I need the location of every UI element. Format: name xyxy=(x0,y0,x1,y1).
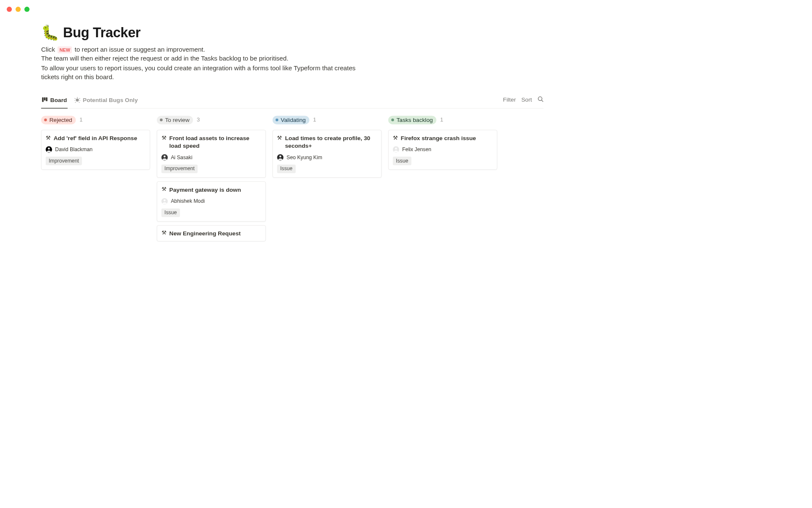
page-description[interactable]: Click NEW to report an issue or suggest … xyxy=(41,45,543,82)
card[interactable]: ⚒Firefox strange crash issueFelix Jensen… xyxy=(388,130,497,170)
column-header[interactable]: Validating1 xyxy=(272,115,381,126)
column-count: 1 xyxy=(80,117,82,123)
column-name: Tasks backlog xyxy=(396,117,433,124)
card[interactable]: ⚒Add 'ref' field in API ResponseDavid Bl… xyxy=(41,130,150,170)
page-emoji[interactable]: 🐛 xyxy=(41,25,59,40)
tools-icon: ⚒ xyxy=(277,134,282,141)
assignee-name: Felix Jensen xyxy=(402,146,431,152)
avatar xyxy=(277,154,283,160)
tools-icon: ⚒ xyxy=(46,134,51,141)
card-assignee: Felix Jensen xyxy=(393,146,493,153)
column-status-pill[interactable]: Rejected xyxy=(41,116,76,124)
avatar xyxy=(46,146,52,153)
svg-point-3 xyxy=(76,99,79,102)
card-assignee: Ai Sasaki xyxy=(162,154,261,160)
card-assignee: Abhishek Modi xyxy=(162,198,261,204)
status-dot-icon xyxy=(391,119,394,121)
card-title-row: ⚒New Engineering Request xyxy=(162,229,261,237)
svg-point-9 xyxy=(395,148,397,150)
avatar xyxy=(162,154,168,160)
sort-button[interactable]: Sort xyxy=(521,96,532,103)
tools-icon: ⚒ xyxy=(393,134,398,141)
status-dot-icon xyxy=(44,119,47,121)
column-status-pill[interactable]: Tasks backlog xyxy=(388,116,436,124)
description-line-3: To allow your users to report issues, yo… xyxy=(41,64,364,82)
card-tag: Issue xyxy=(162,208,180,217)
assignee-name: Ai Sasaki xyxy=(171,155,192,160)
column-count: 1 xyxy=(440,117,443,123)
card-title: New Engineering Request xyxy=(169,229,241,237)
column: To review3⚒Front load assets to increase… xyxy=(157,115,266,241)
search-button[interactable] xyxy=(538,96,543,103)
column-count: 1 xyxy=(313,117,316,123)
column-name: To review xyxy=(165,117,189,124)
view-actions: Filter Sort xyxy=(503,96,543,106)
tools-icon: ⚒ xyxy=(162,134,167,141)
column: Validating1⚒Load times to create profile… xyxy=(272,115,381,178)
column-name: Validating xyxy=(281,117,306,124)
tools-icon: ⚒ xyxy=(162,229,167,237)
card-title: Add 'ref' field in API Response xyxy=(54,134,137,142)
card-title: Front load assets to increase load speed xyxy=(169,134,261,150)
column: Rejected1⚒Add 'ref' field in API Respons… xyxy=(41,115,150,170)
status-dot-icon xyxy=(160,119,162,121)
avatar xyxy=(162,198,168,204)
desc-line1-post: to report an issue or suggest an improve… xyxy=(75,46,205,53)
window-close-button[interactable] xyxy=(7,7,12,12)
view-bar: Board Potential Bugs Only Filter Sort xyxy=(41,94,543,108)
tab-board[interactable]: Board xyxy=(41,94,68,108)
card[interactable]: ⚒Load times to create profile, 30 second… xyxy=(272,130,381,178)
card-assignee: David Blackman xyxy=(46,146,145,153)
tab-potential-bugs-only[interactable]: Potential Bugs Only xyxy=(74,94,138,108)
assignee-name: Abhishek Modi xyxy=(171,198,205,204)
window-minimize-button[interactable] xyxy=(16,7,21,12)
svg-rect-2 xyxy=(46,97,48,101)
filter-button[interactable]: Filter xyxy=(503,96,516,103)
card-tag: Issue xyxy=(393,157,411,165)
column-status-pill[interactable]: To review xyxy=(157,116,193,124)
card-title-row: ⚒Firefox strange crash issue xyxy=(393,134,493,142)
card-title-row: ⚒Add 'ref' field in API Response xyxy=(46,134,145,142)
column: Tasks backlog1⚒Firefox strange crash iss… xyxy=(388,115,497,170)
svg-point-4 xyxy=(538,97,542,100)
card-title: Firefox strange crash issue xyxy=(401,134,476,142)
window-traffic-lights xyxy=(0,0,584,19)
page-title[interactable]: Bug Tracker xyxy=(63,25,140,40)
tab-board-label: Board xyxy=(50,97,67,104)
tab-potential-bugs-label: Potential Bugs Only xyxy=(83,97,138,104)
column-name: Rejected xyxy=(49,117,72,124)
column-header[interactable]: To review3 xyxy=(157,115,266,126)
svg-rect-1 xyxy=(44,97,46,100)
column-header[interactable]: Tasks backlog1 xyxy=(388,115,497,126)
card[interactable]: ⚒New Engineering Request xyxy=(157,225,266,242)
page-title-row: 🐛 Bug Tracker xyxy=(41,25,543,40)
card-title-row: ⚒Load times to create profile, 30 second… xyxy=(277,134,377,150)
description-line-2: The team will then either reject the req… xyxy=(41,54,543,64)
svg-point-8 xyxy=(279,155,281,157)
card[interactable]: ⚒Payment gateway is downAbhishek ModiIss… xyxy=(157,181,266,221)
description-line-1: Click NEW to report an issue or suggest … xyxy=(41,45,543,54)
window-maximize-button[interactable] xyxy=(25,7,30,12)
tools-icon: ⚒ xyxy=(162,186,167,193)
card-title-row: ⚒Payment gateway is down xyxy=(162,186,261,193)
card-title: Payment gateway is down xyxy=(169,186,241,193)
card-tag: Issue xyxy=(277,165,296,173)
status-dot-icon xyxy=(276,119,278,121)
svg-point-5 xyxy=(48,148,50,150)
bug-icon xyxy=(74,97,80,104)
card[interactable]: ⚒Front load assets to increase load spee… xyxy=(157,130,266,178)
view-tabs: Board Potential Bugs Only xyxy=(41,94,138,108)
card-title: Load times to create profile, 30 seconds… xyxy=(285,134,377,150)
card-assignee: Seo Kyung Kim xyxy=(277,154,377,160)
card-tag: Improvement xyxy=(46,157,82,165)
desc-line1-pre: Click xyxy=(41,46,55,53)
column-status-pill[interactable]: Validating xyxy=(272,116,309,124)
card-title-row: ⚒Front load assets to increase load spee… xyxy=(162,134,261,150)
assignee-name: David Blackman xyxy=(55,146,92,152)
svg-rect-0 xyxy=(42,97,44,102)
new-badge: NEW xyxy=(58,46,72,53)
avatar xyxy=(393,146,399,153)
svg-point-7 xyxy=(164,199,166,202)
assignee-name: Seo Kyung Kim xyxy=(287,155,322,160)
column-header[interactable]: Rejected1 xyxy=(41,115,150,126)
